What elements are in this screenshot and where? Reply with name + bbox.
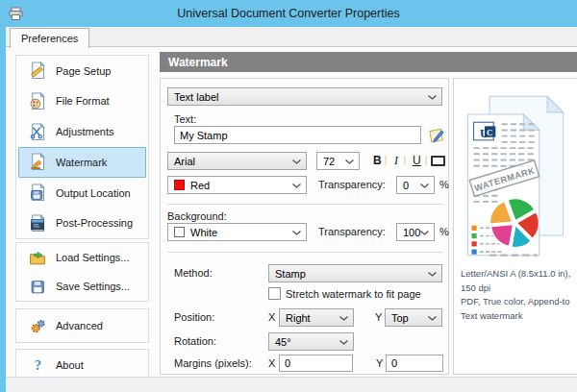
percent-label: % xyxy=(439,179,449,190)
page-setup-icon xyxy=(29,61,47,80)
position-x-select[interactable]: Right xyxy=(279,308,354,327)
chevron-down-icon xyxy=(292,184,301,188)
toolbar-separator xyxy=(404,156,406,165)
text-color-select[interactable]: Red xyxy=(167,176,307,194)
transparency-label: Transparency: xyxy=(318,226,386,237)
preview-info-line: Letter/ANSI A (8.5x11.0 in), 150 dpi xyxy=(461,267,577,295)
sidebar-item-adjustments[interactable]: Adjustments xyxy=(18,116,146,147)
watermark-type-select[interactable]: Text label xyxy=(167,87,442,106)
sidebar-item-advanced[interactable]: Advanced xyxy=(18,310,146,341)
sidebar-item-label: Page Setup xyxy=(56,65,112,77)
chevron-down-icon xyxy=(292,159,301,164)
text-input-value: My Stamp xyxy=(180,130,228,141)
chevron-down-icon xyxy=(428,272,437,277)
sidebar-item-label: Post-Processing xyxy=(56,217,133,229)
window-title: Universal Document Converter Properties xyxy=(0,7,577,20)
dialog-bottom-strip xyxy=(6,377,577,392)
load-settings-icon xyxy=(29,249,47,267)
tab-strip xyxy=(6,27,577,47)
preview-info-line: Text watermark xyxy=(461,309,577,324)
properties-window: Universal Document Converter Properties … xyxy=(0,0,577,392)
method-label: Method: xyxy=(174,267,213,279)
position-label: Position: xyxy=(174,311,214,323)
edit-note-icon[interactable] xyxy=(428,126,446,144)
margins-y-input[interactable]: 0 xyxy=(386,355,443,372)
sidebar-item-post-processing[interactable]: Post-Processing xyxy=(18,208,146,238)
chevron-down-icon xyxy=(420,184,429,188)
post-processing-icon xyxy=(29,214,47,233)
sidebar-item-page-setup[interactable]: Page Setup xyxy=(18,56,146,86)
file-format-icon xyxy=(29,92,47,110)
text-transparency-select[interactable]: 0 xyxy=(396,176,435,194)
sidebar-group-advanced: Advanced xyxy=(15,308,149,343)
sidebar-item-label: Output Location xyxy=(56,187,131,199)
sidebar-item-watermark[interactable]: Watermark xyxy=(18,147,146,178)
text-outline-icon[interactable] xyxy=(431,156,445,166)
text-color-value: Red xyxy=(190,180,210,191)
text-transparency-value: 0 xyxy=(403,180,409,191)
chevron-down-icon xyxy=(339,316,348,321)
background-transparency-select[interactable]: 100 xyxy=(396,223,435,241)
background-color-select[interactable]: White xyxy=(167,223,307,241)
chevron-down-icon xyxy=(292,231,301,235)
font-family-select[interactable]: Arial xyxy=(167,152,307,170)
printer-icon xyxy=(9,7,23,25)
sidebar-item-output-location[interactable]: Output Location xyxy=(18,178,146,208)
tab-preferences[interactable]: Preferences xyxy=(10,28,89,48)
document-preview-image: U C WATERMARK xyxy=(459,86,572,263)
stretch-checkbox[interactable] xyxy=(268,287,281,300)
titlebar: Universal Document Converter Properties xyxy=(0,0,577,27)
sidebar-item-about[interactable]: ? About xyxy=(18,351,146,379)
sidebar-group-settings: Load Settings... Save Settings... xyxy=(15,242,149,302)
adjustments-icon xyxy=(29,123,47,141)
output-location-icon xyxy=(29,184,47,202)
text-input[interactable]: My Stamp xyxy=(174,126,421,144)
background-color-value: White xyxy=(190,227,217,238)
sidebar-item-label: Load Settings... xyxy=(56,252,129,263)
watermark-form: Text label Text: My Stamp Arial 72 B I U xyxy=(160,78,449,375)
sidebar-group-main: Page Setup File Format Adjustments xyxy=(15,55,149,239)
rotation-select[interactable]: 45° xyxy=(268,332,354,351)
red-color-swatch xyxy=(174,180,185,190)
margins-label: Margins (pixels): xyxy=(174,357,252,369)
rotation-value: 45° xyxy=(275,336,291,348)
preview-panel: U C WATERMARK xyxy=(453,78,577,375)
advanced-gears-icon xyxy=(29,317,47,335)
toolbar-separator xyxy=(385,156,387,165)
sidebar-item-label: Save Settings... xyxy=(56,281,130,292)
method-select[interactable]: Stamp xyxy=(268,264,442,282)
font-size-value: 72 xyxy=(323,156,335,167)
watermark-type-value: Text label xyxy=(174,91,218,103)
background-transparency-value: 100 xyxy=(403,227,420,238)
watermark-icon xyxy=(29,153,47,171)
method-value: Stamp xyxy=(275,268,306,280)
sidebar-item-load-settings[interactable]: Load Settings... xyxy=(18,243,146,272)
section-divider xyxy=(167,204,443,205)
stretch-checkbox-label: Stretch watermark to fit page xyxy=(286,288,421,300)
bold-button[interactable]: B xyxy=(373,154,382,167)
logo-letter-c: C xyxy=(487,128,492,137)
font-size-select[interactable]: 72 xyxy=(316,152,360,170)
margins-x-input[interactable]: 0 xyxy=(279,355,353,372)
tab-preferences-label: Preferences xyxy=(21,33,78,44)
chevron-down-icon xyxy=(428,316,437,321)
italic-button[interactable]: I xyxy=(394,154,398,168)
position-x-value: Right xyxy=(286,312,311,324)
position-y-select[interactable]: Top xyxy=(385,308,442,327)
underline-button[interactable]: U xyxy=(413,154,421,167)
sidebar-item-label: Advanced xyxy=(56,320,103,331)
percent-label: % xyxy=(439,226,449,237)
sidebar-item-file-format[interactable]: File Format xyxy=(18,86,146,117)
sidebar-item-save-settings[interactable]: Save Settings... xyxy=(18,272,146,301)
background-label: Background: xyxy=(167,210,227,222)
sidebar-item-label: Watermark xyxy=(56,157,107,168)
text-label: Text: xyxy=(174,113,196,125)
white-color-swatch xyxy=(174,227,185,237)
panel-header: Watermark xyxy=(160,52,577,72)
chevron-down-icon xyxy=(420,231,429,235)
position-y-label: Y xyxy=(375,311,382,323)
chevron-down-icon xyxy=(339,340,348,345)
margins-y-value: 0 xyxy=(391,357,397,369)
save-settings-icon xyxy=(29,278,47,296)
sidebar-item-label: Adjustments xyxy=(56,126,114,137)
